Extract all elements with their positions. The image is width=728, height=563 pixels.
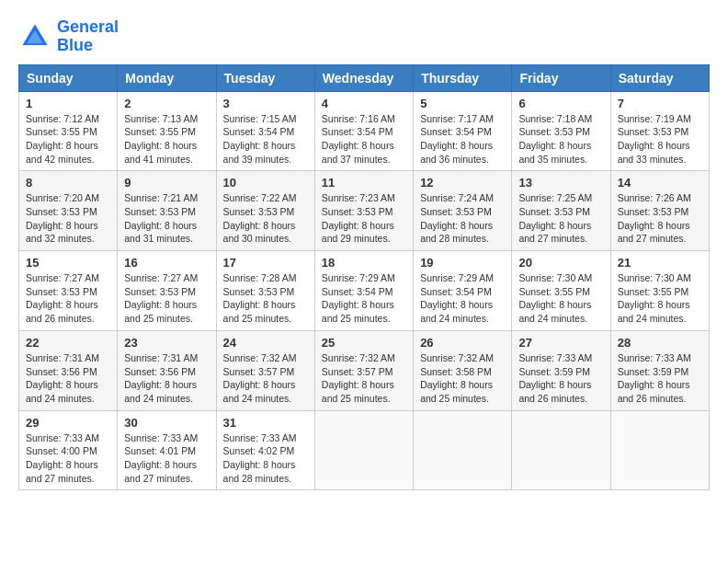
calendar-cell: 23 Sunrise: 7:31 AMSunset: 3:56 PMDaylig… <box>118 330 216 410</box>
logo: General Blue <box>18 18 119 55</box>
weekday-header-sunday: Sunday <box>19 64 118 91</box>
logo-icon <box>18 20 51 53</box>
day-info: Sunrise: 7:31 AMSunset: 3:56 PMDaylight:… <box>124 352 198 404</box>
calendar-cell: 18 Sunrise: 7:29 AMSunset: 3:54 PMDaylig… <box>314 251 413 331</box>
day-info: Sunrise: 7:32 AMSunset: 3:58 PMDaylight:… <box>420 352 494 404</box>
calendar-cell: 21 Sunrise: 7:30 AMSunset: 3:55 PMDaylig… <box>610 251 709 331</box>
day-info: Sunrise: 7:22 AMSunset: 3:53 PMDaylight:… <box>223 192 297 244</box>
weekday-header-row: SundayMondayTuesdayWednesdayThursdayFrid… <box>19 64 710 91</box>
day-info: Sunrise: 7:33 AMSunset: 4:00 PMDaylight:… <box>26 432 99 484</box>
calendar-cell: 8 Sunrise: 7:20 AMSunset: 3:53 PMDayligh… <box>19 171 118 251</box>
day-number: 5 <box>420 97 505 110</box>
calendar-cell: 15 Sunrise: 7:27 AMSunset: 3:53 PMDaylig… <box>19 251 118 331</box>
day-number: 17 <box>223 256 308 270</box>
calendar-table: SundayMondayTuesdayWednesdayThursdayFrid… <box>18 64 710 491</box>
day-info: Sunrise: 7:17 AMSunset: 3:54 PMDaylight:… <box>420 113 494 165</box>
day-number: 16 <box>124 256 209 270</box>
calendar-cell: 27 Sunrise: 7:33 AMSunset: 3:59 PMDaylig… <box>512 330 610 410</box>
day-number: 3 <box>223 97 308 110</box>
day-number: 6 <box>518 97 603 110</box>
day-number: 13 <box>518 176 603 190</box>
calendar-header: SundayMondayTuesdayWednesdayThursdayFrid… <box>19 64 710 91</box>
day-number: 2 <box>124 97 209 110</box>
page-header: General Blue <box>18 18 710 55</box>
day-info: Sunrise: 7:27 AMSunset: 3:53 PMDaylight:… <box>124 272 198 324</box>
calendar-cell: 5 Sunrise: 7:17 AMSunset: 3:54 PMDayligh… <box>414 91 512 171</box>
weekday-header-monday: Monday <box>118 64 216 91</box>
day-number: 31 <box>223 416 308 430</box>
calendar-week-3: 15 Sunrise: 7:27 AMSunset: 3:53 PMDaylig… <box>19 251 710 331</box>
calendar-cell: 1 Sunrise: 7:12 AMSunset: 3:55 PMDayligh… <box>19 91 118 171</box>
calendar-cell: 2 Sunrise: 7:13 AMSunset: 3:55 PMDayligh… <box>118 91 216 171</box>
day-number: 28 <box>618 336 702 350</box>
day-number: 8 <box>26 176 110 190</box>
calendar-cell: 9 Sunrise: 7:21 AMSunset: 3:53 PMDayligh… <box>118 171 216 251</box>
day-info: Sunrise: 7:32 AMSunset: 3:57 PMDaylight:… <box>322 352 395 404</box>
calendar-cell <box>414 410 512 490</box>
calendar-cell: 11 Sunrise: 7:23 AMSunset: 3:53 PMDaylig… <box>314 171 413 251</box>
day-number: 19 <box>420 256 505 270</box>
calendar-cell: 16 Sunrise: 7:27 AMSunset: 3:53 PMDaylig… <box>118 251 216 331</box>
day-info: Sunrise: 7:13 AMSunset: 3:55 PMDaylight:… <box>124 113 198 165</box>
weekday-header-tuesday: Tuesday <box>216 64 314 91</box>
day-info: Sunrise: 7:23 AMSunset: 3:53 PMDaylight:… <box>322 192 395 244</box>
day-number: 1 <box>26 97 110 110</box>
calendar-cell: 14 Sunrise: 7:26 AMSunset: 3:53 PMDaylig… <box>610 171 709 251</box>
calendar-week-2: 8 Sunrise: 7:20 AMSunset: 3:53 PMDayligh… <box>19 171 710 251</box>
day-info: Sunrise: 7:31 AMSunset: 3:56 PMDaylight:… <box>26 352 99 404</box>
weekday-header-saturday: Saturday <box>610 64 709 91</box>
weekday-header-friday: Friday <box>512 64 610 91</box>
day-number: 23 <box>124 336 209 350</box>
day-info: Sunrise: 7:29 AMSunset: 3:54 PMDaylight:… <box>322 272 395 324</box>
day-info: Sunrise: 7:32 AMSunset: 3:57 PMDaylight:… <box>223 352 297 404</box>
day-number: 29 <box>26 416 110 430</box>
calendar-cell: 22 Sunrise: 7:31 AMSunset: 3:56 PMDaylig… <box>19 330 118 410</box>
calendar-cell: 26 Sunrise: 7:32 AMSunset: 3:58 PMDaylig… <box>414 330 512 410</box>
day-info: Sunrise: 7:30 AMSunset: 3:55 PMDaylight:… <box>518 272 592 324</box>
day-info: Sunrise: 7:20 AMSunset: 3:53 PMDaylight:… <box>26 192 99 244</box>
day-info: Sunrise: 7:25 AMSunset: 3:53 PMDaylight:… <box>518 192 592 244</box>
calendar-cell: 24 Sunrise: 7:32 AMSunset: 3:57 PMDaylig… <box>216 330 314 410</box>
calendar-cell: 31 Sunrise: 7:33 AMSunset: 4:02 PMDaylig… <box>216 410 314 490</box>
day-info: Sunrise: 7:29 AMSunset: 3:54 PMDaylight:… <box>420 272 494 324</box>
day-number: 15 <box>26 256 110 270</box>
day-number: 25 <box>322 336 406 350</box>
calendar-cell: 29 Sunrise: 7:33 AMSunset: 4:00 PMDaylig… <box>19 410 118 490</box>
calendar-cell: 4 Sunrise: 7:16 AMSunset: 3:54 PMDayligh… <box>314 91 413 171</box>
day-number: 18 <box>322 256 406 270</box>
day-number: 4 <box>322 97 406 110</box>
calendar-cell: 17 Sunrise: 7:28 AMSunset: 3:53 PMDaylig… <box>216 251 314 331</box>
day-info: Sunrise: 7:26 AMSunset: 3:53 PMDaylight:… <box>618 192 691 244</box>
calendar-cell <box>512 410 610 490</box>
calendar-cell: 20 Sunrise: 7:30 AMSunset: 3:55 PMDaylig… <box>512 251 610 331</box>
calendar-cell: 25 Sunrise: 7:32 AMSunset: 3:57 PMDaylig… <box>314 330 413 410</box>
calendar-cell: 30 Sunrise: 7:33 AMSunset: 4:01 PMDaylig… <box>118 410 216 490</box>
day-number: 7 <box>618 97 702 110</box>
calendar-cell: 28 Sunrise: 7:33 AMSunset: 3:59 PMDaylig… <box>610 330 709 410</box>
day-info: Sunrise: 7:30 AMSunset: 3:55 PMDaylight:… <box>618 272 691 324</box>
calendar-cell: 10 Sunrise: 7:22 AMSunset: 3:53 PMDaylig… <box>216 171 314 251</box>
day-number: 21 <box>618 256 702 270</box>
day-number: 22 <box>26 336 110 350</box>
day-number: 20 <box>518 256 603 270</box>
logo-text: General Blue <box>57 18 119 55</box>
day-number: 14 <box>618 176 702 190</box>
weekday-header-wednesday: Wednesday <box>314 64 413 91</box>
day-info: Sunrise: 7:18 AMSunset: 3:53 PMDaylight:… <box>518 113 592 165</box>
day-info: Sunrise: 7:19 AMSunset: 3:53 PMDaylight:… <box>618 113 691 165</box>
day-info: Sunrise: 7:33 AMSunset: 4:01 PMDaylight:… <box>124 432 198 484</box>
day-info: Sunrise: 7:33 AMSunset: 3:59 PMDaylight:… <box>518 352 592 404</box>
calendar-cell <box>610 410 709 490</box>
day-info: Sunrise: 7:24 AMSunset: 3:53 PMDaylight:… <box>420 192 494 244</box>
calendar-cell: 13 Sunrise: 7:25 AMSunset: 3:53 PMDaylig… <box>512 171 610 251</box>
day-number: 10 <box>223 176 308 190</box>
day-info: Sunrise: 7:28 AMSunset: 3:53 PMDaylight:… <box>223 272 297 324</box>
calendar-cell: 19 Sunrise: 7:29 AMSunset: 3:54 PMDaylig… <box>414 251 512 331</box>
day-number: 24 <box>223 336 308 350</box>
day-info: Sunrise: 7:15 AMSunset: 3:54 PMDaylight:… <box>223 113 297 165</box>
day-number: 11 <box>322 176 406 190</box>
weekday-header-thursday: Thursday <box>414 64 512 91</box>
day-info: Sunrise: 7:27 AMSunset: 3:53 PMDaylight:… <box>26 272 99 324</box>
day-info: Sunrise: 7:33 AMSunset: 4:02 PMDaylight:… <box>223 432 297 484</box>
calendar-cell: 12 Sunrise: 7:24 AMSunset: 3:53 PMDaylig… <box>414 171 512 251</box>
